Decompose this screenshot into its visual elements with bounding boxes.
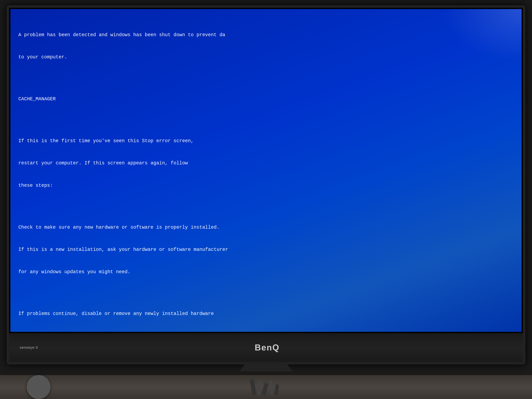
bsod-line-2: to your computer. bbox=[18, 53, 514, 61]
cables-area bbox=[251, 379, 278, 395]
bsod-line-7: Check to make sure any new hardware or s… bbox=[18, 224, 514, 231]
spacer-4 bbox=[18, 291, 514, 295]
monitor-bottom-bar: senseye·3 BenQ bbox=[9, 333, 523, 362]
bsod-line-4: If this is the first time you've seen th… bbox=[18, 137, 514, 145]
desk-area bbox=[0, 375, 532, 399]
senseye-label: senseye·3 bbox=[20, 345, 38, 350]
screen-bezel: A problem has been detected and windows … bbox=[9, 8, 523, 333]
monitor-base bbox=[219, 372, 313, 375]
monitor: A problem has been detected and windows … bbox=[7, 5, 525, 364]
cable-1 bbox=[250, 379, 256, 395]
brand-logo-left: senseye·3 bbox=[20, 345, 38, 350]
bsod-line-3: CACHE_MANAGER bbox=[18, 95, 514, 103]
cable-4 bbox=[269, 380, 273, 395]
cable-5 bbox=[274, 384, 279, 395]
monitor-stand bbox=[239, 364, 293, 372]
bsod-line-6: these steps: bbox=[18, 182, 514, 189]
bsod-line-8: If this is a new installation, ask your … bbox=[18, 246, 514, 253]
bsod-screen: A problem has been detected and windows … bbox=[10, 9, 522, 332]
bsod-line-1: A problem has been detected and windows … bbox=[18, 31, 514, 39]
cable-3 bbox=[261, 383, 268, 395]
spacer-2 bbox=[18, 118, 514, 122]
desk-object-left bbox=[27, 375, 51, 399]
bsod-line-10: If problems continue, disable or remove … bbox=[18, 310, 514, 317]
cable-2 bbox=[257, 382, 261, 395]
bsod-line-9: for any windows updates you might need. bbox=[18, 268, 514, 276]
bsod-line-5: restart your computer. If this screen ap… bbox=[18, 159, 514, 167]
bsod-content: A problem has been detected and windows … bbox=[18, 16, 514, 332]
monitor-brand: BenQ bbox=[255, 343, 279, 352]
spacer-1 bbox=[18, 76, 514, 81]
spacer-3 bbox=[18, 204, 514, 209]
